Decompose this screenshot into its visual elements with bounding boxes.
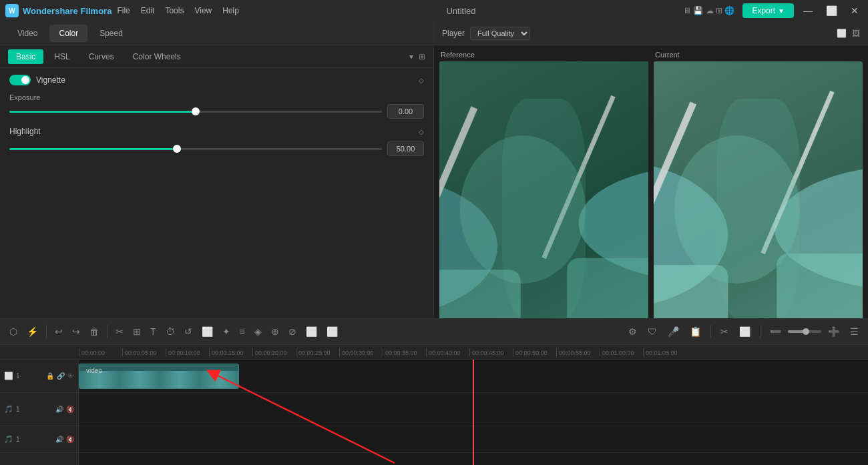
tool-add[interactable]: ⊕ [267,324,283,340]
exposure-setting: Exposure 0.00 [9,93,424,119]
ruler-mark-6: 00:00:30:00 [339,348,383,356]
tool-delete[interactable]: 🗑 [85,324,103,340]
toolbar-right: ⚙ 🛡 🎤 📋 ✂ ⬜ ➖ ➕ ☰ [624,324,863,340]
color-subtabs: Basic HSL Curves Color Wheels ▾ ⊞ [0,45,433,68]
tab-video[interactable]: Video [8,25,47,42]
player-icon-2[interactable]: 🖼 [852,29,860,38]
track-video-number: 1 [16,372,20,380]
subtab-wheels[interactable]: Color Wheels [125,49,189,64]
subtab-hsl[interactable]: HSL [46,49,77,64]
audio-track-row [79,393,868,426]
audio2-vol-button[interactable]: 🔊 [55,436,63,443]
tool-select[interactable]: ⚡ [23,324,42,340]
ruler-mark-7: 00:00:35:00 [383,348,426,356]
zoom-slider[interactable] [788,330,821,333]
ruler-mark-5: 00:00:25:00 [296,348,339,356]
vignette-toggle[interactable] [9,75,31,85]
menu-help[interactable]: Help [222,6,239,15]
titlebar-right: 🖥 💾 ☁ ⊞ 🌐 Export ▼ — ⬜ ✕ [683,3,863,18]
tool-clipboard[interactable]: 📋 [686,324,705,340]
chevron-down-icon[interactable]: ▾ [409,52,413,61]
timeline-area: 00:00:00 00:00:05:00 00:00:10:00 00:00:1… [0,345,868,465]
main-tabs: Video Color Speed [0,21,433,45]
menu-tools[interactable]: Tools [165,6,184,15]
tool-settings[interactable]: ⚙ [624,324,641,340]
subtab-curves[interactable]: Curves [81,49,122,64]
audio-vol-button[interactable]: 🔊 [55,406,63,413]
tab-color[interactable]: Color [49,25,87,42]
quality-selector[interactable]: Full Quality 1/2 Quality 1/4 Quality [470,27,530,40]
player-label: Player [442,29,465,38]
ruler-mark-12: 00:01:00:00 [600,348,643,356]
tool-timer[interactable]: ⏱ [162,324,179,340]
highlight-slider[interactable] [9,148,382,150]
timeline-ruler: 00:00:00 00:00:05:00 00:00:10:00 00:00:1… [0,345,868,360]
tool-clip[interactable]: ⬜ [322,324,342,340]
menu-edit[interactable]: Edit [141,6,155,15]
maximize-button[interactable]: ⬜ [822,4,841,17]
audio2-mute-button[interactable]: 🔇 [66,436,74,443]
close-button[interactable]: ✕ [847,4,863,17]
track-lock-button[interactable]: 🔒 [46,372,54,380]
player-icon-1[interactable]: ⬜ [837,29,847,38]
titlebar-icons: 🖥 💾 ☁ ⊞ 🌐 [683,6,734,15]
subtab-basic[interactable]: Basic [8,49,43,64]
vignette-keyframe-icon[interactable]: ◇ [419,77,424,84]
tool-box2[interactable]: ⬜ [735,324,754,340]
track-audio-number: 1 [16,406,20,413]
track-audio2-icon: 🎵 [4,435,13,444]
track-content: video [79,360,868,465]
ruler-mark-2: 00:00:10:00 [166,348,209,356]
ruler-marks: 00:00:00 00:00:05:00 00:00:10:00 00:00:1… [79,348,686,356]
ruler-mark-13: 00:01:05:00 [643,348,686,356]
exposure-slider[interactable] [9,111,382,113]
ruler-mark-11: 00:00:55:00 [556,348,600,356]
tool-crop[interactable]: ⊞ [129,324,145,340]
tool-remove[interactable]: ⊘ [284,324,300,340]
track-eye-button[interactable]: 👁 [67,372,74,380]
grid-icon[interactable]: ⊞ [419,52,425,61]
tool-cursor[interactable]: ⬡ [5,324,21,340]
tool-mask[interactable]: ✦ [218,324,234,340]
player-header-left: Player Full Quality 1/2 Quality 1/4 Qual… [442,27,530,40]
tool-undo[interactable]: ↩ [51,324,67,340]
tool-cut2[interactable]: ✂ [716,324,732,340]
menu-bar: File Edit Tools View Help [117,6,239,15]
tool-zoom-out[interactable]: ➖ [766,324,785,340]
ruler-mark-10: 00:00:50:00 [513,348,556,356]
current-label: Current [654,51,863,59]
ruler-mark-0: 00:00:00 [79,348,122,356]
export-button[interactable]: Export ▼ [742,3,794,18]
timeline-tracks: ⬜ 1 🔒 🔗 👁 🎵 1 🔊 🔇 [0,360,868,465]
menu-view[interactable]: View [194,6,212,15]
window-title: Untitled [446,6,475,16]
audio-mute-button[interactable]: 🔇 [66,406,74,413]
tool-mic[interactable]: 🎤 [664,324,683,340]
highlight-keyframe-icon[interactable]: ◇ [419,128,424,135]
tool-redo[interactable]: ↪ [68,324,84,340]
video-clip[interactable]: video [79,364,239,389]
tool-rotate[interactable]: ↺ [180,324,196,340]
audio-track-icons: 🎵 1 🔊 🔇 [0,393,78,426]
ruler-mark-8: 00:00:40:00 [426,348,469,356]
ruler-mark-3: 00:00:15:00 [209,348,252,356]
menu-file[interactable]: File [117,6,130,15]
exposure-value[interactable]: 0.00 [387,104,424,119]
highlight-value[interactable]: 50.00 [387,141,424,156]
tab-speed[interactable]: Speed [90,25,132,42]
track-link-button[interactable]: 🔗 [57,372,65,380]
bottom-area: ⬡ ⚡ ↩ ↪ 🗑 ✂ ⊞ T ⏱ ↺ ⬜ ✦ ≡ ◈ ⊕ ⊘ ⬜ ⬜ ⚙ 🛡 … [0,318,868,465]
exposure-label: Exposure [9,93,424,101]
tool-more[interactable]: ☰ [846,324,863,340]
tool-snap[interactable]: ◈ [250,324,266,340]
vignette-setting: Vignette ◇ [9,75,424,85]
tool-shield[interactable]: 🛡 [644,324,661,340]
highlight-setting: Highlight ◇ 50.00 [9,127,424,156]
tool-cut[interactable]: ✂ [112,324,128,340]
tool-effect[interactable]: ⬜ [302,324,321,340]
tool-color-tools[interactable]: ≡ [236,324,249,340]
tool-zoom-in[interactable]: ➕ [824,324,843,340]
tool-fit[interactable]: ⬜ [198,324,217,340]
minimize-button[interactable]: — [799,4,817,17]
tool-text[interactable]: T [146,324,160,340]
